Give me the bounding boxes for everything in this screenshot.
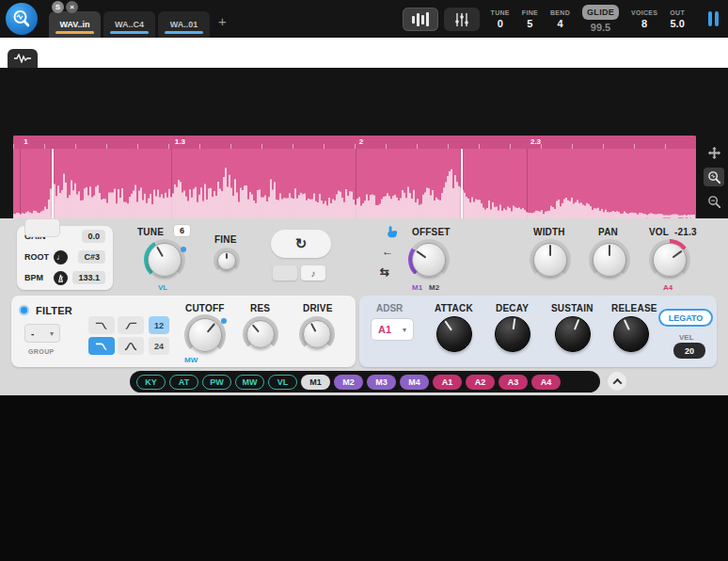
tab-underline bbox=[165, 31, 203, 34]
mixer-button[interactable] bbox=[444, 8, 480, 31]
close-badge[interactable]: × bbox=[66, 1, 78, 13]
drive-knob[interactable] bbox=[299, 316, 335, 352]
tab-label: WA..01 bbox=[170, 20, 198, 29]
sample-tab-1[interactable]: WAV..in bbox=[49, 11, 101, 38]
mod-tab-m2[interactable]: M2 bbox=[334, 375, 363, 390]
tune-knob[interactable] bbox=[144, 239, 185, 280]
root-value[interactable]: C#3 bbox=[78, 250, 105, 264]
res-knob[interactable] bbox=[243, 316, 278, 352]
note-sync-button[interactable]: ♪ bbox=[301, 265, 325, 280]
caret-down-icon: ▾ bbox=[50, 329, 54, 338]
mod-tab-m3[interactable]: M3 bbox=[367, 375, 396, 390]
release-knob[interactable] bbox=[609, 313, 653, 356]
tune-mod-dot bbox=[181, 247, 186, 252]
param-value: 5 bbox=[527, 18, 532, 29]
meter-bar-icon bbox=[426, 12, 429, 26]
res-label: RES bbox=[250, 303, 270, 313]
mod-tab-mw[interactable]: MW bbox=[235, 375, 264, 390]
filter-group-dropdown[interactable]: - ▾ bbox=[24, 324, 60, 343]
vol-mod-source[interactable]: A4 bbox=[663, 283, 673, 292]
global-param-fine[interactable]: FINE5 bbox=[522, 9, 538, 29]
sustain-knob[interactable] bbox=[551, 313, 594, 356]
global-param-tune[interactable]: TUNE0 bbox=[491, 9, 510, 29]
tab-badges: S× bbox=[52, 1, 78, 13]
filter-type-lowpass-button[interactable] bbox=[88, 337, 115, 355]
zoom-wave-tool-icon[interactable] bbox=[704, 168, 724, 186]
arrows-swap-icon[interactable]: ⇆ bbox=[380, 265, 389, 279]
envelope-select-dropdown[interactable]: A1 ▾ bbox=[371, 318, 414, 341]
timeline-ruler[interactable]: 11.322.3 bbox=[13, 136, 696, 149]
attack-knob[interactable] bbox=[433, 313, 476, 356]
ruler-label: 1 bbox=[24, 137, 27, 146]
collapse-panel-button[interactable] bbox=[608, 372, 626, 391]
loop-mode-button[interactable]: ↻ bbox=[271, 230, 331, 258]
sample-tab-3[interactable]: WA..01 bbox=[158, 11, 210, 38]
vel-value-badge[interactable]: 20 bbox=[673, 343, 705, 359]
offset-knob[interactable] bbox=[408, 239, 450, 280]
decay-knob[interactable] bbox=[491, 313, 534, 356]
tune-mod-source[interactable]: VL bbox=[158, 283, 167, 292]
vol-value[interactable]: -21.3 bbox=[674, 227, 697, 237]
tab-label: WAV..in bbox=[59, 20, 89, 29]
wave-display-button[interactable] bbox=[403, 8, 438, 31]
param-label: FINE bbox=[522, 9, 538, 16]
move-tool-icon[interactable] bbox=[704, 143, 724, 162]
fine-knob[interactable] bbox=[214, 248, 240, 274]
global-param-glide[interactable]: GLIDE99.5 bbox=[582, 5, 619, 33]
pan-knob[interactable] bbox=[589, 239, 630, 280]
mod-tab-m4[interactable]: M4 bbox=[400, 375, 429, 390]
vel-label: VEL bbox=[679, 333, 694, 342]
sample-tab-2[interactable]: WA..C4 bbox=[103, 11, 155, 38]
param-label: BEND bbox=[550, 9, 570, 16]
root-note-icon[interactable]: ♩ bbox=[54, 250, 68, 264]
cutoff-mod-source[interactable]: MW bbox=[184, 356, 198, 364]
loop-icon: ↻ bbox=[295, 235, 308, 252]
global-param-out[interactable]: OUT5.0 bbox=[670, 9, 685, 29]
app-logo-magnifier-icon[interactable] bbox=[6, 3, 38, 35]
root-label: ROOT bbox=[24, 252, 49, 262]
pause-button[interactable] bbox=[708, 11, 719, 26]
width-knob[interactable] bbox=[530, 239, 571, 280]
add-tab-button[interactable]: + bbox=[218, 13, 227, 29]
metronome-icon[interactable] bbox=[54, 271, 68, 285]
mod-tab-a2[interactable]: A2 bbox=[466, 375, 495, 390]
mod-tab-a1[interactable]: A1 bbox=[433, 375, 462, 390]
drive-label: DRIVE bbox=[303, 303, 333, 313]
zoom-tool-icon[interactable] bbox=[704, 192, 724, 211]
global-param-bend[interactable]: BEND4 bbox=[550, 9, 570, 29]
gain-value[interactable]: 0.0 bbox=[82, 230, 105, 243]
offset-mod2[interactable]: M2 bbox=[429, 283, 439, 292]
offset-label: OFFSET bbox=[412, 227, 451, 237]
legato-button[interactable]: LEGATO bbox=[658, 309, 713, 327]
filter-type-highpass-button[interactable] bbox=[118, 316, 144, 334]
vol-label: VOL bbox=[649, 227, 669, 237]
global-param-voices[interactable]: VOICES8 bbox=[631, 9, 657, 29]
mod-tab-ky[interactable]: KY bbox=[136, 375, 166, 390]
mod-tab-m1[interactable]: M1 bbox=[301, 375, 330, 390]
arrow-left-icon[interactable]: ← bbox=[382, 245, 393, 258]
filter-slope-24-button[interactable]: 24 bbox=[149, 337, 169, 355]
mod-tab-vl[interactable]: VL bbox=[268, 375, 297, 390]
note-icon: ♪ bbox=[311, 268, 316, 279]
mod-tab-at[interactable]: AT bbox=[169, 375, 198, 390]
ruler-label: 2 bbox=[359, 137, 363, 146]
tune-value[interactable]: 6 bbox=[173, 224, 191, 237]
mod-tab-pw[interactable]: PW bbox=[202, 375, 231, 390]
filter-enable-toggle[interactable] bbox=[19, 305, 29, 315]
filter-type-lowpass-shelf-button[interactable] bbox=[88, 316, 115, 334]
cutoff-knob[interactable] bbox=[184, 314, 226, 356]
filter-group-dropdown[interactable] bbox=[24, 218, 60, 237]
ruler-label: 2.3 bbox=[530, 137, 541, 146]
vol-knob[interactable] bbox=[649, 239, 690, 280]
mod-tab-a4[interactable]: A4 bbox=[531, 375, 561, 390]
filter-type-bandpass-button[interactable] bbox=[118, 337, 144, 355]
waveform-band: 11.322.3 ↙↘ WA Vocals B...6BPM Bbmin bbox=[0, 68, 728, 218]
hand-tool-icon[interactable] bbox=[384, 224, 400, 240]
mod-tab-a3[interactable]: A3 bbox=[499, 375, 528, 390]
filter-slope-12-button[interactable]: 12 bbox=[149, 316, 169, 334]
bpm-value[interactable]: 133.1 bbox=[72, 271, 105, 284]
loop-option-button[interactable] bbox=[273, 265, 297, 280]
waveform-view-tab[interactable] bbox=[8, 49, 38, 68]
offset-mod1[interactable]: M1 bbox=[412, 283, 422, 292]
solo-badge[interactable]: S bbox=[52, 1, 64, 13]
